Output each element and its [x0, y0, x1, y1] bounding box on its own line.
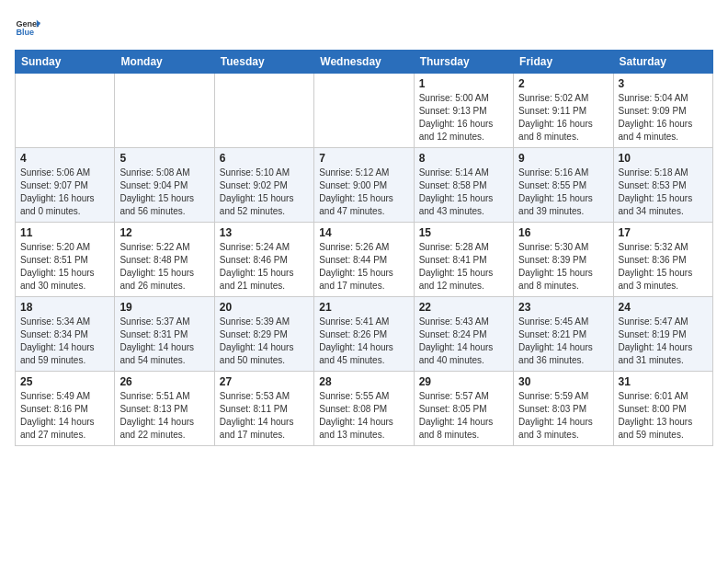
day-info: Sunrise: 5:55 AM Sunset: 8:08 PM Dayligh…: [319, 390, 408, 442]
day-info: Sunrise: 5:10 AM Sunset: 9:02 PM Dayligh…: [220, 167, 309, 218]
day-info: Sunrise: 5:30 AM Sunset: 8:39 PM Dayligh…: [518, 241, 608, 293]
calendar-cell: 16Sunrise: 5:30 AM Sunset: 8:39 PM Dayli…: [514, 223, 613, 297]
day-info: Sunrise: 5:14 AM Sunset: 8:58 PM Dayligh…: [419, 167, 508, 218]
weekday-header-wednesday: Wednesday: [314, 51, 414, 74]
calendar-cell: 28Sunrise: 5:55 AM Sunset: 8:08 PM Dayli…: [314, 372, 414, 446]
calendar-cell: [314, 74, 414, 148]
calendar-week-2: 4Sunrise: 5:06 AM Sunset: 9:07 PM Daylig…: [16, 148, 713, 223]
calendar-cell: [16, 74, 115, 148]
weekday-header-friday: Friday: [514, 51, 613, 74]
calendar-cell: 11Sunrise: 5:20 AM Sunset: 8:51 PM Dayli…: [16, 223, 115, 297]
calendar-week-4: 18Sunrise: 5:34 AM Sunset: 8:34 PM Dayli…: [16, 297, 713, 372]
day-info: Sunrise: 5:39 AM Sunset: 8:29 PM Dayligh…: [220, 316, 309, 367]
calendar-cell: 8Sunrise: 5:14 AM Sunset: 8:58 PM Daylig…: [414, 148, 513, 223]
calendar-cell: 23Sunrise: 5:45 AM Sunset: 8:21 PM Dayli…: [514, 297, 613, 372]
day-info: Sunrise: 6:01 AM Sunset: 8:00 PM Dayligh…: [619, 390, 708, 442]
day-info: Sunrise: 5:34 AM Sunset: 8:34 PM Dayligh…: [20, 316, 109, 367]
day-info: Sunrise: 5:08 AM Sunset: 9:04 PM Dayligh…: [119, 167, 209, 218]
calendar-cell: 29Sunrise: 5:57 AM Sunset: 8:05 PM Dayli…: [414, 372, 513, 446]
day-info: Sunrise: 5:02 AM Sunset: 9:11 PM Dayligh…: [518, 92, 608, 144]
day-info: Sunrise: 5:41 AM Sunset: 8:26 PM Dayligh…: [319, 316, 408, 367]
day-number: 12: [119, 226, 209, 239]
day-number: 26: [119, 375, 209, 388]
day-number: 5: [119, 152, 209, 165]
day-number: 13: [220, 226, 309, 239]
day-number: 20: [220, 301, 309, 314]
weekday-header-monday: Monday: [115, 51, 214, 74]
day-info: Sunrise: 5:26 AM Sunset: 8:44 PM Dayligh…: [319, 241, 408, 293]
calendar-cell: 14Sunrise: 5:26 AM Sunset: 8:44 PM Dayli…: [314, 223, 414, 297]
day-number: 25: [20, 375, 109, 388]
day-number: 6: [220, 152, 309, 165]
day-number: 27: [220, 375, 309, 388]
day-number: 30: [518, 375, 608, 388]
calendar-cell: 15Sunrise: 5:28 AM Sunset: 8:41 PM Dayli…: [414, 223, 513, 297]
calendar-cell: 10Sunrise: 5:18 AM Sunset: 8:53 PM Dayli…: [613, 148, 712, 223]
day-info: Sunrise: 5:12 AM Sunset: 9:00 PM Dayligh…: [319, 167, 408, 218]
day-info: Sunrise: 5:24 AM Sunset: 8:46 PM Dayligh…: [220, 241, 309, 293]
calendar-cell: [214, 74, 313, 148]
day-number: 31: [619, 375, 708, 388]
day-info: Sunrise: 5:18 AM Sunset: 8:53 PM Dayligh…: [619, 167, 708, 218]
day-number: 1: [419, 77, 508, 90]
calendar-table: SundayMondayTuesdayWednesdayThursdayFrid…: [15, 50, 713, 446]
logo: General Blue: [15, 15, 40, 40]
day-info: Sunrise: 5:20 AM Sunset: 8:51 PM Dayligh…: [20, 241, 109, 293]
day-info: Sunrise: 5:00 AM Sunset: 9:13 PM Dayligh…: [419, 92, 508, 144]
calendar-week-1: 1Sunrise: 5:00 AM Sunset: 9:13 PM Daylig…: [16, 74, 713, 148]
calendar-cell: 18Sunrise: 5:34 AM Sunset: 8:34 PM Dayli…: [16, 297, 115, 372]
day-number: 14: [319, 226, 408, 239]
calendar-cell: 17Sunrise: 5:32 AM Sunset: 8:36 PM Dayli…: [613, 223, 712, 297]
calendar-cell: 21Sunrise: 5:41 AM Sunset: 8:26 PM Dayli…: [314, 297, 414, 372]
calendar-cell: 3Sunrise: 5:04 AM Sunset: 9:09 PM Daylig…: [613, 74, 712, 148]
calendar-cell: 4Sunrise: 5:06 AM Sunset: 9:07 PM Daylig…: [16, 148, 115, 223]
day-info: Sunrise: 5:59 AM Sunset: 8:03 PM Dayligh…: [518, 390, 608, 442]
calendar-cell: 12Sunrise: 5:22 AM Sunset: 8:48 PM Dayli…: [115, 223, 214, 297]
calendar-cell: 2Sunrise: 5:02 AM Sunset: 9:11 PM Daylig…: [514, 74, 613, 148]
calendar-cell: 1Sunrise: 5:00 AM Sunset: 9:13 PM Daylig…: [414, 74, 513, 148]
day-number: 2: [518, 77, 608, 90]
day-info: Sunrise: 5:53 AM Sunset: 8:11 PM Dayligh…: [220, 390, 309, 442]
day-number: 4: [20, 152, 109, 165]
day-info: Sunrise: 5:57 AM Sunset: 8:05 PM Dayligh…: [419, 390, 508, 442]
calendar-cell: 13Sunrise: 5:24 AM Sunset: 8:46 PM Dayli…: [214, 223, 313, 297]
day-number: 16: [518, 226, 608, 239]
calendar-cell: 26Sunrise: 5:51 AM Sunset: 8:13 PM Dayli…: [115, 372, 214, 446]
calendar-cell: 20Sunrise: 5:39 AM Sunset: 8:29 PM Dayli…: [214, 297, 313, 372]
weekday-header-thursday: Thursday: [414, 51, 513, 74]
calendar-cell: 7Sunrise: 5:12 AM Sunset: 9:00 PM Daylig…: [314, 148, 414, 223]
day-number: 29: [419, 375, 508, 388]
day-number: 19: [119, 301, 209, 314]
day-info: Sunrise: 5:45 AM Sunset: 8:21 PM Dayligh…: [518, 316, 608, 367]
day-number: 15: [419, 226, 508, 239]
day-info: Sunrise: 5:22 AM Sunset: 8:48 PM Dayligh…: [119, 241, 209, 293]
day-info: Sunrise: 5:51 AM Sunset: 8:13 PM Dayligh…: [119, 390, 209, 442]
calendar-week-3: 11Sunrise: 5:20 AM Sunset: 8:51 PM Dayli…: [16, 223, 713, 297]
day-number: 22: [419, 301, 508, 314]
weekday-header-tuesday: Tuesday: [214, 51, 313, 74]
calendar-week-5: 25Sunrise: 5:49 AM Sunset: 8:16 PM Dayli…: [16, 372, 713, 446]
day-number: 7: [319, 152, 408, 165]
calendar-cell: 5Sunrise: 5:08 AM Sunset: 9:04 PM Daylig…: [115, 148, 214, 223]
calendar-cell: 30Sunrise: 5:59 AM Sunset: 8:03 PM Dayli…: [514, 372, 613, 446]
day-number: 23: [518, 301, 608, 314]
day-info: Sunrise: 5:47 AM Sunset: 8:19 PM Dayligh…: [619, 316, 708, 367]
day-info: Sunrise: 5:43 AM Sunset: 8:24 PM Dayligh…: [419, 316, 508, 367]
day-number: 28: [319, 375, 408, 388]
day-info: Sunrise: 5:32 AM Sunset: 8:36 PM Dayligh…: [619, 241, 708, 293]
day-info: Sunrise: 5:16 AM Sunset: 8:55 PM Dayligh…: [518, 167, 608, 218]
day-number: 8: [419, 152, 508, 165]
day-number: 18: [20, 301, 109, 314]
logo-icon: General Blue: [15, 15, 40, 40]
day-number: 11: [20, 226, 109, 239]
calendar-cell: [115, 74, 214, 148]
page-header: General Blue: [15, 15, 713, 40]
day-info: Sunrise: 5:28 AM Sunset: 8:41 PM Dayligh…: [419, 241, 508, 293]
svg-text:Blue: Blue: [16, 28, 34, 37]
day-info: Sunrise: 5:49 AM Sunset: 8:16 PM Dayligh…: [20, 390, 109, 442]
day-info: Sunrise: 5:04 AM Sunset: 9:09 PM Dayligh…: [619, 92, 708, 144]
day-info: Sunrise: 5:06 AM Sunset: 9:07 PM Dayligh…: [20, 167, 109, 218]
calendar-cell: 24Sunrise: 5:47 AM Sunset: 8:19 PM Dayli…: [613, 297, 712, 372]
day-info: Sunrise: 5:37 AM Sunset: 8:31 PM Dayligh…: [119, 316, 209, 367]
calendar-cell: 19Sunrise: 5:37 AM Sunset: 8:31 PM Dayli…: [115, 297, 214, 372]
